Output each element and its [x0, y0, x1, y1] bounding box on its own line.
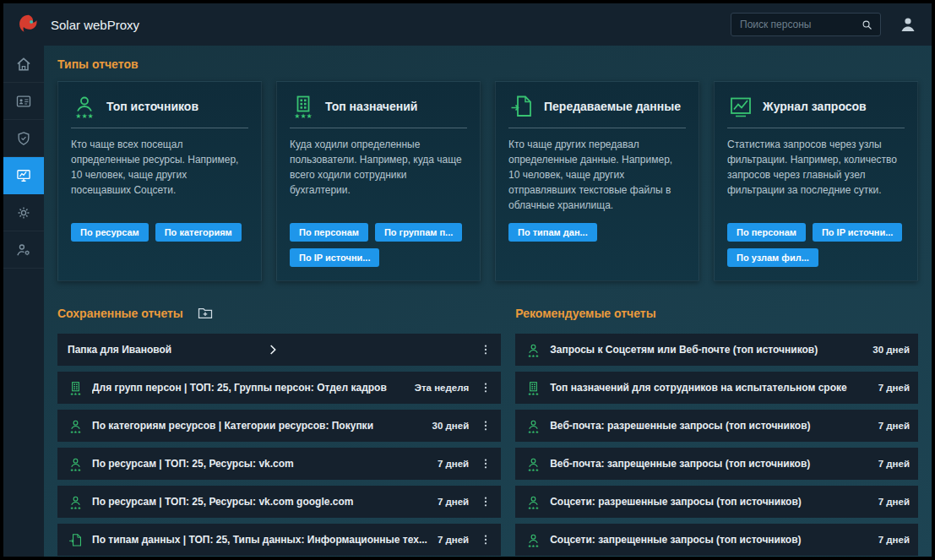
report-duration: 30 дней [432, 421, 470, 431]
person-stars-icon [68, 418, 84, 434]
saved-reports-title: Сохраненные отчеты [57, 307, 183, 320]
sidebar-item-reports[interactable] [3, 157, 44, 194]
recommended-report-row[interactable]: Топ назначений для сотрудников на испыта… [515, 372, 918, 404]
divider [508, 128, 686, 128]
sidebar-item-administration[interactable] [3, 231, 44, 269]
report-label: По типам данных | ТОП: 25, Типы данных: … [92, 534, 427, 546]
report-duration: 7 дней [438, 535, 469, 545]
person-stars-icon [525, 418, 541, 434]
report-types-title: Типы отчетов [57, 57, 918, 71]
card-top-sources: Топ источников Кто чаще всех посещал опр… [57, 81, 262, 281]
card-title: Передаваемые данные [544, 100, 681, 113]
by-resources-button[interactable]: По ресурсам [71, 223, 149, 242]
card-request-log: Журнал запросов Статистика запросов чере… [714, 81, 918, 281]
card-title: Топ назначений [325, 100, 417, 113]
saved-reports-list: Папка для Ивановой Для групп персон | ТО… [57, 334, 501, 556]
app-window: Solar webProxy Типы отчетов [3, 3, 932, 557]
card-description: Кто чаще всех посещал определенные ресур… [71, 137, 248, 223]
saved-reports-panel: Сохраненные отчеты Папка для Ивановой [57, 303, 501, 557]
by-ip-sources-button[interactable]: По IP источни... [813, 223, 902, 242]
shield-icon [15, 130, 32, 147]
by-persons-button[interactable]: По персонам [290, 223, 368, 242]
recommended-reports-list: Запросы к Соцсетям или Веб-почте (топ ис… [515, 334, 918, 556]
saved-report-row[interactable]: По категориям ресурсов | Категории ресур… [57, 410, 501, 442]
building-stars-icon [68, 380, 84, 396]
card-transferred-data: Передаваемые данные Кто чаще других пере… [495, 81, 699, 281]
card-title: Журнал запросов [763, 100, 867, 113]
lower-section: Сохраненные отчеты Папка для Ивановой [57, 303, 918, 557]
report-duration: 7 дней [878, 497, 910, 507]
report-duration: 7 дней [878, 421, 910, 431]
saved-folder-row[interactable]: Папка для Ивановой [57, 334, 501, 366]
recommended-report-row[interactable]: Веб-почта: разрешенные запросы (топ исто… [515, 410, 918, 442]
kebab-menu-icon[interactable] [479, 532, 492, 547]
user-account-icon[interactable] [898, 14, 918, 35]
add-folder-button[interactable] [195, 304, 215, 323]
report-duration: 7 дней [438, 497, 469, 507]
kebab-menu-icon[interactable] [479, 342, 492, 357]
card-buttons: По персонам По группам п... По IP источн… [290, 223, 467, 267]
main-content: Типы отчетов Топ источников Кто чаще все… [44, 46, 932, 557]
screen-frame: Solar webProxy Типы отчетов [0, 0, 935, 560]
folder-label: Папка для Ивановой [68, 344, 258, 356]
app-title: Solar webProxy [51, 18, 139, 32]
report-duration: 7 дней [878, 459, 910, 469]
saved-report-row[interactable]: По типам данных | ТОП: 25, Типы данных: … [57, 524, 501, 556]
card-description: Статистика запросов через узлы фильтраци… [727, 137, 905, 223]
kebab-menu-icon[interactable] [479, 456, 492, 471]
by-persons-button[interactable]: По персонам [727, 223, 806, 242]
saved-report-row[interactable]: По ресурсам | ТОП: 25, Ресурсы: vk.com 7… [57, 448, 501, 480]
report-label: По категориям ресурсов | Категории ресур… [92, 420, 422, 432]
card-top-destinations: Топ назначений Куда ходили определенные … [276, 81, 481, 281]
search-input[interactable] [738, 18, 856, 31]
topbar: Solar webProxy [3, 3, 932, 46]
person-stars-icon [525, 342, 541, 358]
kebab-menu-icon[interactable] [479, 418, 492, 433]
recommended-report-row[interactable]: Запросы к Соцсетям или Веб-почте (топ ис… [515, 334, 918, 366]
by-data-types-button[interactable]: По типам дан... [508, 223, 597, 242]
report-duration: 7 дней [878, 383, 910, 393]
person-stars-icon [525, 532, 541, 548]
user-gear-icon [15, 242, 32, 258]
folder-plus-icon [196, 305, 215, 322]
divider [290, 128, 467, 128]
document-transfer-icon [508, 93, 535, 120]
saved-report-row[interactable]: По ресурсам | ТОП: 25, Ресурсы: vk.com g… [57, 486, 501, 518]
report-label: По ресурсам | ТОП: 25, Ресурсы: vk.com [92, 458, 427, 470]
kebab-menu-icon[interactable] [479, 494, 492, 509]
kebab-menu-icon[interactable] [479, 380, 492, 395]
card-buttons: По персонам По IP источни... По узлам фи… [727, 223, 905, 267]
sidebar-item-persons[interactable] [3, 83, 44, 120]
chevron-right-icon[interactable] [266, 343, 280, 356]
card-description: Кто чаще других передавал определенные д… [508, 137, 686, 223]
sidebar-item-policies[interactable] [3, 120, 44, 157]
sidebar-item-home[interactable] [3, 46, 44, 83]
by-categories-button[interactable]: По категориям [155, 223, 242, 242]
search-icon[interactable] [861, 19, 873, 31]
person-stars-icon [525, 494, 541, 510]
report-label: Топ назначений для сотрудников на испыта… [550, 382, 867, 394]
person-stars-icon [71, 93, 98, 120]
sidebar-item-settings[interactable] [3, 194, 44, 231]
monitor-chart-icon [15, 167, 32, 184]
gear-icon [15, 204, 32, 221]
card-buttons: По типам дан... [508, 223, 686, 242]
by-ip-sources-button[interactable]: По IP источни... [290, 248, 379, 267]
report-label: Веб-почта: разрешенные запросы (топ исто… [550, 420, 867, 432]
card-title: Топ источников [106, 100, 198, 113]
building-stars-icon [525, 380, 541, 396]
id-card-icon [15, 93, 32, 110]
recommended-report-row[interactable]: Веб-почта: запрещенные запросы (топ исто… [515, 448, 918, 480]
by-filter-nodes-button[interactable]: По узлам фил... [727, 248, 818, 267]
divider [71, 128, 248, 128]
person-stars-icon [525, 456, 541, 472]
report-label: По ресурсам | ТОП: 25, Ресурсы: vk.com g… [92, 496, 427, 508]
person-search[interactable] [731, 13, 881, 36]
recommended-report-row[interactable]: Соцсети: разрешенные запросы (топ источн… [515, 486, 918, 518]
report-duration: 7 дней [878, 535, 910, 545]
saved-report-row[interactable]: Для групп персон | ТОП: 25, Группы персо… [57, 372, 501, 404]
recommended-report-row[interactable]: Соцсети: запрещенные запросы (топ источн… [515, 524, 918, 556]
report-label: Запросы к Соцсетям или Веб-почте (топ ис… [550, 344, 862, 356]
report-duration: 7 дней [438, 459, 469, 469]
by-person-groups-button[interactable]: По группам п... [375, 223, 462, 242]
